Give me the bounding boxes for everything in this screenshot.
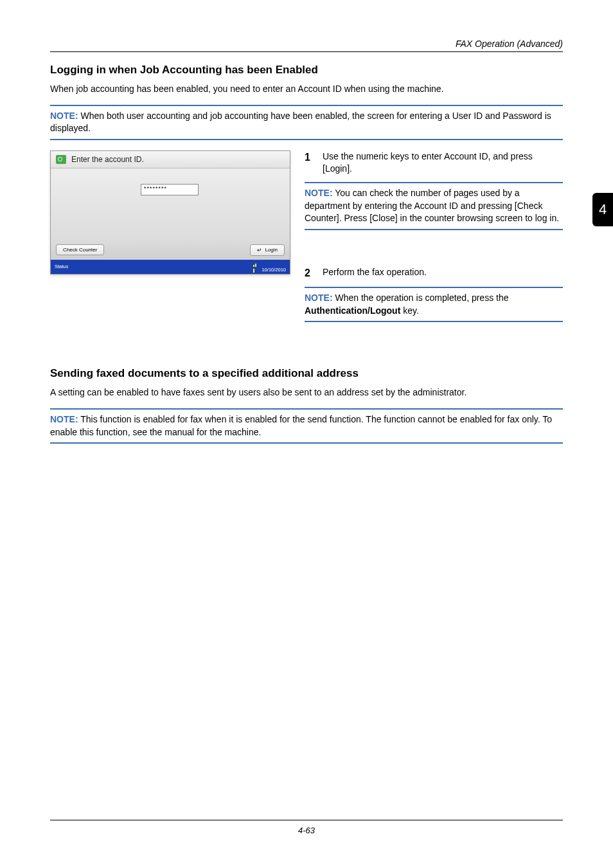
note-block-2: NOTE: You can check the number of pages …: [305, 182, 563, 230]
login-button[interactable]: ↵ Login: [250, 244, 285, 256]
status-label: Status: [55, 264, 68, 269]
note-text: When both user accounting and job accoun…: [50, 111, 551, 134]
note-block-4: NOTE: This function is enabled for fax w…: [50, 408, 563, 444]
login-screen: Enter the account ID. ******** Check Cou…: [50, 150, 290, 275]
note-bold: Authentication/Logout: [305, 305, 400, 316]
page-footer: 4-63: [50, 820, 563, 836]
signal-icon: [253, 261, 258, 265]
key-icon: [56, 155, 66, 164]
note-text-a: When the operation is completed, press t…: [333, 293, 509, 303]
note-block-3: NOTE: When the operation is completed, p…: [305, 287, 563, 322]
note-text: This function is enabled for fax when it…: [50, 414, 552, 437]
screen-status-bar: Status 10/10/2010: [51, 260, 290, 274]
step-2: 2 Perform the fax operation.: [305, 266, 563, 280]
note-text-b: key.: [400, 305, 419, 316]
section1-intro: When job accounting has been enabled, yo…: [50, 83, 563, 96]
top-rule: [50, 51, 563, 52]
section2-intro: A setting can be enabled to have faxes s…: [50, 386, 563, 399]
section1-heading: Logging in when Job Accounting has been …: [50, 64, 563, 77]
step-1-number: 1: [305, 150, 314, 176]
chapter-tab: 4: [592, 193, 613, 226]
note-label: NOTE:: [305, 293, 333, 303]
step-1-text: Use the numeric keys to enter Account ID…: [323, 150, 563, 176]
note-block-1: NOTE: When both user accounting and job …: [50, 105, 563, 140]
screen-button-row: Check Counter ↵ Login: [51, 240, 290, 260]
screen-body: ********: [51, 168, 290, 240]
step-2-number: 2: [305, 266, 314, 280]
step-1: 1 Use the numeric keys to enter Account …: [305, 150, 563, 176]
screen-titlebar: Enter the account ID.: [51, 151, 290, 168]
footer-rule: [50, 820, 563, 820]
login-button-label: Login: [265, 247, 278, 253]
screen-title: Enter the account ID.: [71, 155, 144, 164]
note-label: NOTE:: [305, 188, 333, 198]
note-label: NOTE:: [50, 414, 78, 424]
page-number: 4-63: [298, 826, 315, 835]
note-text: You can check the number of pages used b…: [305, 188, 559, 223]
status-date: 10/10/2010: [262, 267, 286, 273]
step-2-text: Perform the fax operation.: [323, 266, 427, 280]
running-head: FAX Operation (Advanced): [50, 39, 563, 49]
check-counter-button[interactable]: Check Counter: [56, 244, 104, 255]
section2-heading: Sending faxed documents to a specified a…: [50, 367, 563, 380]
note-label: NOTE:: [50, 111, 78, 121]
enter-icon: ↵: [257, 247, 262, 253]
account-id-field[interactable]: ********: [141, 184, 199, 195]
